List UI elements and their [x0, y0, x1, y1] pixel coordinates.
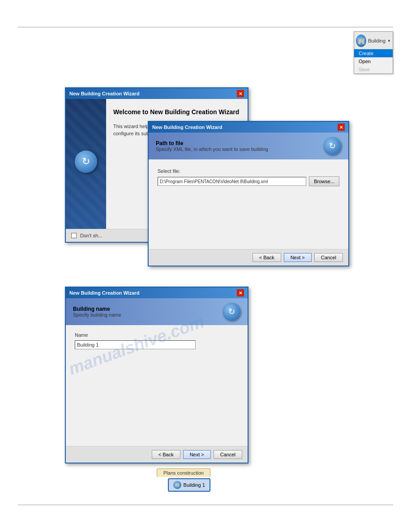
wizard2-titlebar: New Building Creation Wizard ✕: [149, 122, 348, 133]
wizard1-dont-show-label: Don't sh...: [80, 233, 102, 238]
wizard3-next-button[interactable]: Next >: [183, 450, 211, 459]
top-divider: [18, 27, 393, 27]
wizard2-footer: < Back Next > Cancel: [149, 249, 348, 266]
wizard1-welcome-title: Welcome to New Building Creation Wizard: [113, 108, 240, 116]
wizard2-title: New Building Creation Wizard: [152, 124, 222, 130]
building-icon: 🏢: [356, 34, 366, 47]
wizard2-header-subtitle: Specify XML file, in which you want to s…: [156, 146, 268, 152]
wizard3-header-text: Building name Specify building name: [73, 306, 121, 317]
bottom-divider: [18, 505, 393, 505]
building-toolbar: 🏢 Building ▼ Create Open Save: [354, 31, 393, 74]
wizard2-file-row: Browse...: [158, 176, 339, 186]
plans-construction-tab[interactable]: Plans construction: [157, 468, 210, 477]
building-menu-save: Save: [354, 65, 393, 73]
wizard3-name-input[interactable]: [75, 340, 196, 349]
wizard3-title: New Building Creation Wizard: [69, 290, 139, 296]
building1-tab-label: Building 1: [184, 482, 205, 488]
wizard1-title: New Building Creation Wizard: [69, 91, 139, 96]
building-toolbar-label: Building: [368, 38, 385, 43]
wizard1-dont-show-checkbox[interactable]: [71, 233, 77, 238]
wizard3-close-button[interactable]: ✕: [237, 289, 244, 296]
wizard3-header-icon: ↻: [223, 303, 240, 321]
wizard1-left-panel: ↻: [66, 99, 106, 229]
wizard3-header-subtitle: Specify building name: [73, 312, 121, 317]
wizard3-window: New Building Creation Wizard ✕ Building …: [65, 287, 248, 463]
building-toolbar-header[interactable]: 🏢 Building ▼: [354, 32, 393, 49]
wizard2-header-icon: ↻: [323, 137, 341, 155]
wizard2-header-title: Path to file: [156, 140, 268, 146]
building-dropdown-arrow-icon: ▼: [387, 39, 391, 43]
wizard3-header: Building name Specify building name ↻: [66, 298, 248, 325]
wizard2-window: New Building Creation Wizard ✕ Path to f…: [148, 121, 349, 266]
building1-tab[interactable]: 🏢 Building 1: [168, 478, 210, 492]
wizard3-body: Name: [66, 325, 248, 446]
wizard2-select-label: Select file:: [158, 168, 339, 174]
wizard3-back-button[interactable]: < Back: [152, 450, 180, 459]
wizard2-header-text: Path to file Specify XML file, in which …: [156, 140, 268, 152]
wizard2-close-button[interactable]: ✕: [338, 124, 345, 131]
wizard2-cancel-button[interactable]: Cancel: [314, 253, 343, 262]
building1-tab-icon: 🏢: [173, 481, 181, 489]
wizard1-close-button[interactable]: ✕: [237, 90, 244, 97]
wizard2-back-button[interactable]: < Back: [253, 253, 281, 262]
wizard2-header: Path to file Specify XML file, in which …: [149, 133, 348, 159]
building-menu-open[interactable]: Open: [354, 57, 393, 65]
wizard3-footer: < Back Next > Cancel: [66, 446, 248, 463]
wizard3-name-label: Name: [75, 332, 239, 338]
wizard3-cancel-button[interactable]: Cancel: [214, 450, 242, 459]
wizard3-header-title: Building name: [73, 306, 121, 312]
wizard3-titlebar: New Building Creation Wizard ✕: [66, 287, 248, 298]
wizard2-body: Select file: Browse...: [149, 159, 348, 249]
bottom-bar: Plans construction 🏢 Building 1: [157, 468, 210, 492]
wizard1-titlebar: New Building Creation Wizard ✕: [66, 88, 248, 99]
wizard2-file-input[interactable]: [158, 177, 306, 186]
building-menu-create[interactable]: Create: [354, 49, 393, 57]
wizard1-logo-icon: ↻: [75, 150, 97, 173]
wizard2-browse-button[interactable]: Browse...: [309, 176, 339, 186]
wizard2-next-button[interactable]: Next >: [284, 253, 312, 262]
